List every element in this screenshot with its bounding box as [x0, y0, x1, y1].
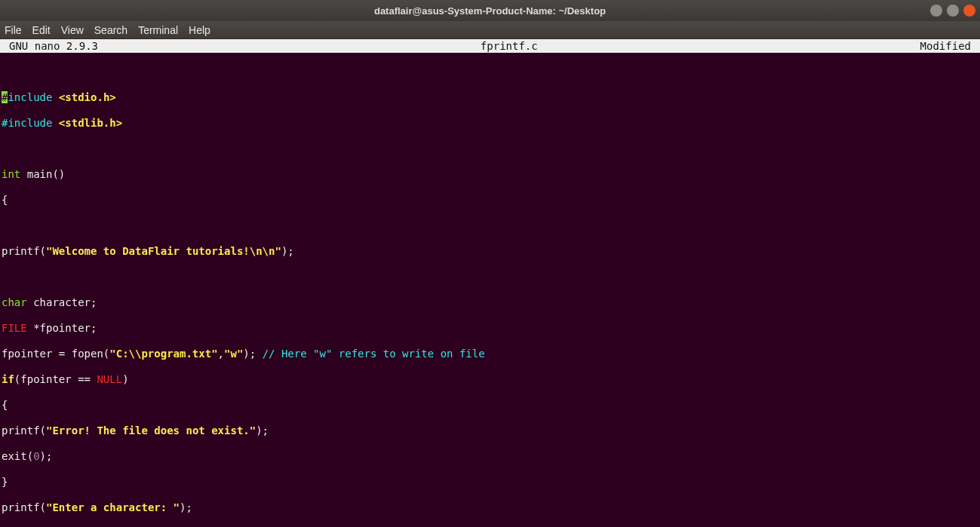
editor-line: char character;: [2, 296, 978, 309]
editor-line: [2, 142, 978, 155]
editor-line: {: [2, 399, 978, 412]
nano-version: GNU nano 2.9.3: [0, 39, 98, 53]
editor-line: [2, 219, 978, 232]
editor-line: exit(0);: [2, 450, 978, 463]
window-title: dataflair@asus-System-Product-Name: ~/De…: [374, 5, 606, 17]
editor-line: int main(): [2, 168, 978, 181]
maximize-button[interactable]: [947, 5, 959, 17]
nano-modified: Modified: [920, 39, 980, 53]
nano-statusbar: GNU nano 2.9.3 fprintf.c Modified: [0, 39, 980, 53]
editor-line: }: [2, 476, 978, 489]
editor-line: printf("Enter a character: ");: [2, 501, 978, 514]
editor-line: [2, 66, 978, 78]
editor-line: FILE *fpointer;: [2, 322, 978, 335]
window-titlebar: dataflair@asus-System-Product-Name: ~/De…: [0, 0, 980, 21]
editor-line: fpointer = fopen("C:\\program.txt","w");…: [2, 348, 978, 360]
editor-line: printf("Welcome to DataFlair tutorials!\…: [2, 245, 978, 258]
minimize-button[interactable]: [930, 5, 942, 17]
editor-line: printf("Error! The file does not exist."…: [2, 424, 978, 437]
menu-terminal[interactable]: Terminal: [138, 24, 178, 36]
menu-search[interactable]: Search: [94, 24, 127, 36]
editor-line: #include <stdio.h>: [2, 91, 978, 104]
menu-file[interactable]: File: [5, 24, 22, 36]
editor-area[interactable]: #include <stdio.h> #include <stdlib.h> i…: [0, 53, 980, 527]
editor-line: {: [2, 194, 978, 207]
nano-filename: fprintf.c: [98, 39, 920, 53]
editor-line: [2, 271, 978, 283]
editor-line: if(fpointer == NULL): [2, 373, 978, 386]
close-button[interactable]: [963, 5, 975, 17]
menu-edit[interactable]: Edit: [32, 24, 51, 36]
editor-line: #include <stdlib.h>: [2, 117, 978, 130]
menu-view[interactable]: View: [61, 24, 84, 36]
menubar: File Edit View Search Terminal Help: [0, 21, 980, 39]
menu-help[interactable]: Help: [189, 24, 210, 36]
window-controls: [930, 5, 975, 17]
